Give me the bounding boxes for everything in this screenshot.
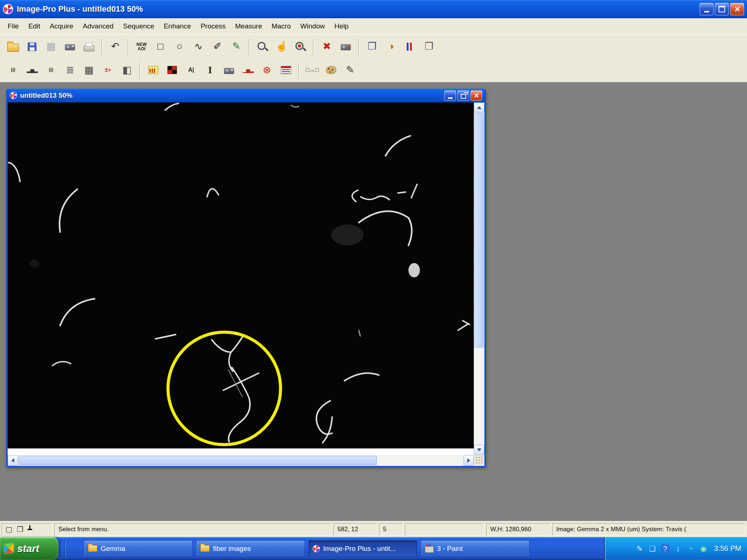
save-image-button[interactable] xyxy=(23,37,42,57)
scroll-down-button[interactable] xyxy=(474,445,484,455)
scroll-right-button[interactable] xyxy=(464,455,474,466)
tray-pen-icon[interactable]: ✎ xyxy=(635,544,644,553)
tray-display-icon[interactable]: ❏ xyxy=(648,544,657,553)
menu-edit[interactable]: Edit xyxy=(24,20,45,32)
measure-length-icon: I xyxy=(208,65,212,75)
maximize-button[interactable] xyxy=(715,3,729,15)
macro-flow-button[interactable]: □→□ xyxy=(303,60,322,80)
status-image-info: Image: Gemma 2 x MMU (um) System: Travis… xyxy=(552,523,746,536)
thumbnail-grid-icon: ▦ xyxy=(46,42,56,51)
menu-measure[interactable]: Measure xyxy=(231,20,267,32)
ellipse-aoi-button[interactable]: ○ xyxy=(170,37,189,57)
task-imagepro[interactable]: Image-Pro Plus - untit... xyxy=(309,540,417,557)
tray-status-icon[interactable]: ◉ xyxy=(699,544,708,553)
gradient-button[interactable]: ◧ xyxy=(117,60,136,80)
fiber-strand xyxy=(9,163,20,182)
histogram-icon: ▁▅▂ xyxy=(243,67,253,73)
filter-kernel-button[interactable]: ▦ xyxy=(80,60,98,80)
arc-aoi-button[interactable]: ∿ xyxy=(189,37,208,57)
vertical-scroll-thumb[interactable] xyxy=(475,113,484,347)
horizontal-scroll-track[interactable] xyxy=(18,455,464,466)
measure-length-button[interactable]: I xyxy=(201,60,220,80)
start-label: start xyxy=(17,543,39,555)
video-capture-icon xyxy=(65,44,75,50)
thumbnail-grid-button[interactable]: ▦ xyxy=(42,37,61,57)
color-palette-button[interactable] xyxy=(322,60,341,80)
tray-help-icon[interactable]: ? xyxy=(661,544,670,553)
snapshot-button[interactable] xyxy=(220,60,239,80)
tray-network-icon[interactable]: ↕ xyxy=(674,544,682,553)
image-canvas[interactable] xyxy=(8,102,474,448)
data-table-button[interactable] xyxy=(276,60,295,80)
horizontal-scrollbar[interactable] xyxy=(8,455,474,466)
menu-acquire[interactable]: Acquire xyxy=(45,20,78,32)
menu-sequence[interactable]: Sequence xyxy=(118,20,159,32)
rectangle-aoi-button[interactable]: □ xyxy=(151,37,170,57)
pan-button[interactable]: ☝ xyxy=(272,37,291,57)
start-button[interactable]: start xyxy=(0,537,58,560)
undo-button[interactable]: ↶ xyxy=(106,37,125,57)
annotation-button[interactable]: ✎ xyxy=(341,60,360,80)
delete-image-button[interactable]: ✖ xyxy=(317,37,336,57)
background-flatten-button[interactable]: ≣ xyxy=(61,60,80,80)
zoom-select-button[interactable] xyxy=(291,37,310,57)
fiber-strand xyxy=(207,189,218,197)
contrast-enhance-button[interactable]: ≡ xyxy=(4,60,23,80)
resize-grip[interactable] xyxy=(474,455,484,466)
image-minimize-button[interactable] xyxy=(444,90,456,101)
open-image-button[interactable] xyxy=(4,37,23,57)
duplicate-image-button[interactable]: ❐ xyxy=(363,37,382,57)
status-windows-icon[interactable]: ❐ xyxy=(17,526,23,533)
calibration-button[interactable]: A| xyxy=(182,60,201,80)
task-fiber-images[interactable]: fiber images xyxy=(196,540,305,557)
new-aoi-button[interactable]: NEW AOI xyxy=(132,37,151,57)
horizontal-scroll-thumb[interactable] xyxy=(19,456,377,465)
display-range-button[interactable]: ◑ xyxy=(382,37,400,57)
task-paint-icon xyxy=(425,546,434,553)
copy-pages-button[interactable]: ❐ xyxy=(419,37,438,57)
fiber-strand xyxy=(345,373,379,381)
fiber-image xyxy=(8,102,474,448)
zoom-button[interactable] xyxy=(253,37,272,57)
menu-enhance[interactable]: Enhance xyxy=(159,20,196,32)
menu-advanced[interactable]: Advanced xyxy=(78,20,119,32)
video-capture-button[interactable] xyxy=(61,37,80,57)
histogram-button[interactable]: ▁▅▂ xyxy=(239,60,258,80)
task-gemma[interactable]: Gemma xyxy=(84,540,193,557)
menu-window[interactable]: Window xyxy=(295,20,330,32)
display-sliders-button[interactable]: ≡ xyxy=(42,60,61,80)
close-button[interactable] xyxy=(730,3,744,15)
status-select-icon[interactable]: ▢ xyxy=(5,526,12,533)
menu-process[interactable]: Process xyxy=(196,20,231,32)
menu-file[interactable]: File xyxy=(3,20,24,32)
window-title: Image-Pro Plus - untitled013 50% xyxy=(17,4,143,14)
scroll-up-button[interactable] xyxy=(474,102,484,113)
operations-button[interactable]: ±÷ xyxy=(98,60,117,80)
fiber-strand xyxy=(53,362,71,366)
task-fiber-images-label: fiber images xyxy=(213,545,251,553)
image-window-title-bar[interactable]: untitled013 50% xyxy=(8,89,484,102)
status-empty-panel xyxy=(405,523,484,536)
snap-image-button[interactable] xyxy=(336,37,355,57)
polygon-aoi-button[interactable]: ✐ xyxy=(208,37,227,57)
menu-macro[interactable]: Macro xyxy=(267,20,295,32)
histogram-fit-button[interactable]: ▂▅▂ xyxy=(23,60,42,80)
surface-plot-button[interactable]: ⊗ xyxy=(258,60,276,80)
vertical-scroll-track[interactable] xyxy=(474,113,484,445)
print-icon xyxy=(84,46,94,51)
line-profile-button[interactable] xyxy=(400,37,419,57)
image-close-button[interactable] xyxy=(471,90,482,101)
vertical-scrollbar[interactable] xyxy=(474,102,484,455)
image-restore-button[interactable] xyxy=(457,90,469,101)
scroll-left-button[interactable] xyxy=(8,455,18,466)
task-paint[interactable]: 3 - Paint xyxy=(421,540,530,557)
status-tool-icon[interactable]: ┻ xyxy=(28,526,32,533)
print-button[interactable] xyxy=(80,37,98,57)
minimize-button[interactable] xyxy=(700,3,713,15)
tray-update-icon[interactable]: ◔ xyxy=(686,544,695,553)
pseudo-color-button[interactable] xyxy=(163,60,182,80)
count-size-button[interactable] xyxy=(144,60,163,80)
freehand-aoi-button[interactable]: ✎ xyxy=(227,37,246,57)
tray-icons: ✎❏?↕◔◉ xyxy=(635,544,708,553)
menu-help[interactable]: Help xyxy=(330,20,353,32)
